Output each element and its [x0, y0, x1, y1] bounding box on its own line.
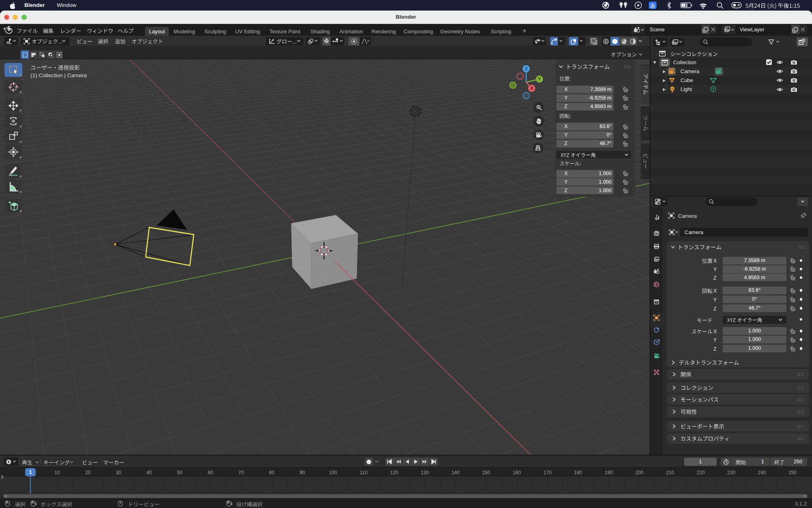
svg-text:X: X [530, 86, 533, 91]
svg-text:Y: Y [538, 76, 541, 81]
svg-text:Z: Z [525, 66, 528, 71]
